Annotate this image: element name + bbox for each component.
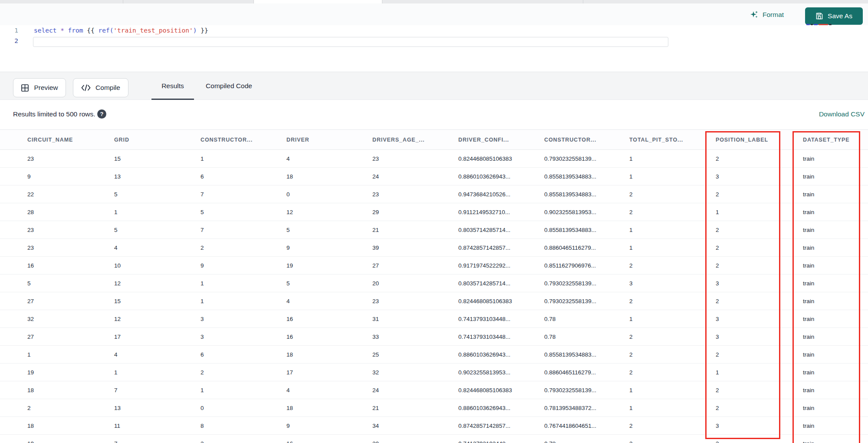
table-cell: 8 [201, 423, 286, 429]
table-cell: 19 [27, 369, 114, 376]
tab-results[interactable]: Results [151, 72, 194, 100]
sql-editor[interactable]: 1 2 select * from {{ ref('train_test_pos… [0, 25, 868, 72]
table-cell: 4 [286, 298, 372, 304]
table-cell: 0 [201, 405, 286, 411]
table-cell: 16 [286, 440, 372, 443]
save-as-label: Save As [828, 12, 852, 20]
table-cell: 19 [27, 440, 114, 443]
help-icon[interactable]: ? [97, 109, 106, 119]
table-cell: 23 [372, 155, 458, 162]
table-cell: 5 [114, 227, 201, 233]
table-cell: 17 [114, 334, 201, 340]
table-cell: 23 [27, 245, 114, 251]
table-cell: 9 [201, 262, 286, 269]
table-cell: 2 [629, 191, 716, 198]
table-cell: 33 [372, 334, 458, 340]
table-cell: 0.8511627906976... [544, 262, 629, 269]
tab-compiled-code[interactable]: Compiled Code [200, 72, 258, 100]
table-cell: 0.8558139534883... [544, 351, 629, 358]
table-cell: 2 [201, 369, 286, 376]
table-cell: 5 [286, 280, 372, 287]
column-header: TOTAL_PIT_STO... [629, 137, 716, 143]
format-button[interactable]: Format [750, 10, 784, 19]
download-csv-link[interactable]: Download CSV [819, 110, 865, 118]
table-cell: 0.824468085106383 [458, 387, 544, 393]
table-cell: 5 [27, 280, 114, 287]
table-cell: 0.7413793103448... [458, 316, 544, 322]
table-cell: 24 [372, 173, 458, 180]
code-line-1[interactable]: select * from {{ ref('train_test_positio… [34, 27, 208, 34]
table-cell: 0.8558139534883... [544, 227, 629, 233]
format-label: Format [763, 11, 784, 19]
table-cell: 1 [629, 173, 716, 180]
save-as-button[interactable]: Save As [805, 7, 863, 25]
active-line-box[interactable] [33, 37, 668, 47]
active-tab-edge [254, 0, 382, 3]
table-grid-icon [21, 84, 29, 92]
table-cell: 13 [114, 173, 201, 180]
code-token: 'train_test_position' [113, 27, 193, 34]
table-cell: 12 [286, 209, 372, 215]
table-cell: 19 [286, 262, 372, 269]
table-cell: 0.9023255813953... [458, 369, 544, 376]
table-cell: 7 [201, 227, 286, 233]
table-cell: 27 [372, 262, 458, 269]
table-cell: 2 [629, 423, 716, 429]
table-cell: 0.9112149532710... [458, 209, 544, 215]
table-cell: 0.8035714285714... [458, 227, 544, 233]
compile-label: Compile [95, 84, 120, 92]
table-cell: 17 [286, 369, 372, 376]
table-cell: 3 [201, 316, 286, 322]
table-cell: 1 [629, 227, 716, 233]
table-cell: 5 [286, 227, 372, 233]
table-cell: 9 [27, 173, 114, 180]
code-token [56, 27, 60, 34]
column-header: DRIVERS_AGE_... [372, 137, 458, 143]
column-header: GRID [114, 137, 201, 143]
code-icon [81, 84, 91, 91]
table-cell: 11 [114, 423, 201, 429]
table-cell: 34 [372, 423, 458, 429]
table-cell: 1 [629, 387, 716, 393]
tab-divider [253, 0, 254, 3]
table-cell: 2 [201, 245, 286, 251]
table-cell: 12 [114, 280, 201, 287]
table-cell: 18 [286, 173, 372, 180]
table-cell: 0.9171974522292... [458, 262, 544, 269]
table-cell: 4 [114, 351, 201, 358]
table-cell: 4 [286, 387, 372, 393]
table-cell: 2 [629, 440, 716, 443]
table-cell: 0.78 [544, 440, 629, 443]
table-cell: 1 [201, 387, 286, 393]
code-token [64, 27, 68, 34]
table-cell: 15 [114, 298, 201, 304]
table-cell: 16 [27, 262, 114, 269]
code-token: from [68, 27, 83, 34]
table-cell: 15 [114, 155, 201, 162]
code-token: ref( [98, 27, 113, 34]
compile-button[interactable]: Compile [73, 78, 128, 97]
column-header: DRIVER [286, 137, 372, 143]
table-cell: 1 [201, 298, 286, 304]
table-cell: 18 [27, 423, 114, 429]
preview-button[interactable]: Preview [13, 78, 66, 97]
table-cell: 16 [286, 334, 372, 340]
table-cell: 1 [27, 351, 114, 358]
table-cell: 2 [27, 405, 114, 411]
table-cell: 0.7930232558139... [544, 298, 629, 304]
editor-toolbar: Format Save As [0, 3, 868, 25]
table-cell: 3 [201, 334, 286, 340]
table-cell: 16 [286, 316, 372, 322]
table-cell: 23 [372, 298, 458, 304]
code-token: select [34, 27, 56, 34]
table-cell: 4 [114, 245, 201, 251]
annotation-box-dataset-type [792, 131, 860, 443]
row-limit-note: Results limited to 500 rows. [13, 110, 95, 118]
sql-ide-window: Format Save As 1 2 select * from {{ ref(… [0, 0, 868, 443]
table-cell: 39 [372, 245, 458, 251]
table-cell: 18 [286, 405, 372, 411]
table-cell: 1 [114, 209, 201, 215]
table-cell: 1 [629, 405, 716, 411]
table-cell: 0.9473684210526... [458, 191, 544, 198]
preview-label: Preview [34, 84, 58, 92]
